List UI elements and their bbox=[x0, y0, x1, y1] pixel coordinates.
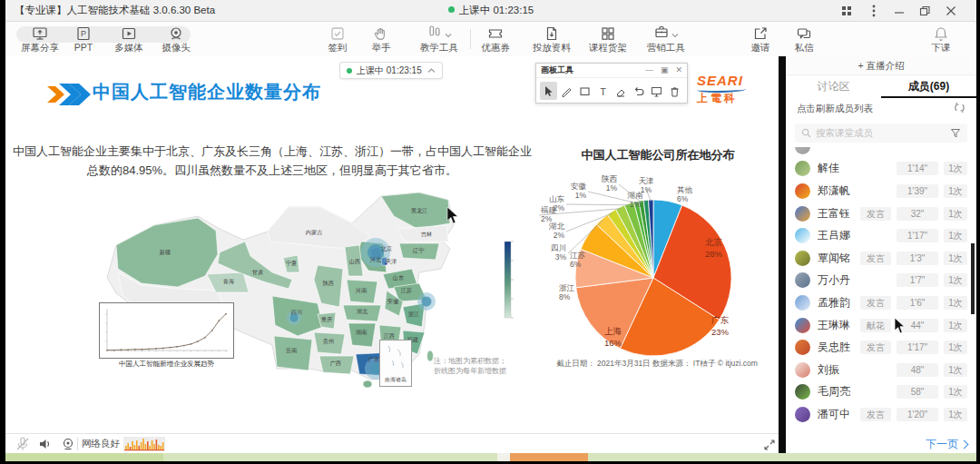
select-tool-icon[interactable] bbox=[540, 82, 557, 100]
tab-members[interactable]: 成员(69) bbox=[881, 74, 976, 98]
svg-text:T: T bbox=[600, 86, 606, 97]
pens-icon bbox=[426, 24, 443, 44]
pie-chart-svg: 其他6%北京28%广东23%上海16%浙江8%江苏6%四川3%湖北2%福建2%山… bbox=[539, 162, 775, 360]
map-label-四川: 四川 bbox=[291, 309, 302, 316]
member-name: 郑潇帆 bbox=[818, 183, 850, 199]
bottom-divider bbox=[77, 438, 78, 450]
member-row[interactable]: 吴忠胜发言1'17"1次 bbox=[786, 336, 976, 359]
raise-hand-button[interactable]: 举手 bbox=[352, 25, 410, 54]
pie-label: 其他 bbox=[677, 185, 693, 194]
online-dot-icon bbox=[347, 68, 352, 74]
map-label-青海: 青海 bbox=[223, 278, 234, 285]
marketing-tools-button[interactable]: 营销工具 bbox=[637, 25, 695, 54]
search-input[interactable]: 搜索课堂成员 bbox=[795, 123, 967, 143]
member-name: 孟雅韵 bbox=[818, 295, 850, 311]
slide-title: 中国人工智能企业数量分布 bbox=[93, 80, 321, 104]
avatar bbox=[795, 407, 810, 422]
pie-label: 1% bbox=[641, 185, 652, 194]
speaker-icon[interactable] bbox=[35, 436, 55, 452]
member-row[interactable]: 郑潇帆1'39"1次 bbox=[786, 180, 976, 202]
board-tool-icon[interactable] bbox=[648, 82, 665, 100]
next-page-button[interactable]: 下一页 bbox=[926, 437, 967, 452]
member-row[interactable]: 毛周亮58"1次 bbox=[786, 381, 976, 404]
member-row[interactable]: 王吕娜1'17"1次 bbox=[786, 224, 976, 247]
speak-count-badge: 1次 bbox=[944, 273, 967, 287]
course-shelf-button[interactable]: 课程货架 bbox=[579, 25, 637, 54]
webcam-toggle-icon[interactable] bbox=[58, 436, 78, 452]
speak-duration-badge: 1'17" bbox=[897, 341, 938, 354]
pie-label: 北京 bbox=[705, 237, 723, 247]
layout-grid-icon[interactable] bbox=[838, 3, 856, 18]
speak-count-badge: 1次 bbox=[944, 252, 967, 265]
document-icon bbox=[523, 25, 581, 42]
member-list-scrollbar[interactable] bbox=[971, 243, 975, 314]
ticket-icon bbox=[466, 25, 524, 42]
member-row[interactable]: 解佳1'14"1次 bbox=[786, 158, 976, 181]
panel-minimize-icon[interactable]: — bbox=[645, 66, 653, 74]
camera-button[interactable]: 摄像头 bbox=[147, 25, 205, 54]
member-name: 毛周亮 bbox=[818, 384, 850, 400]
speak-duration-badge: 44" bbox=[897, 319, 938, 332]
resize-icon[interactable] bbox=[759, 436, 779, 452]
pie-label: 1% bbox=[606, 183, 618, 193]
coupon-button[interactable]: 优惠券 bbox=[466, 25, 524, 54]
speak-duration-badge: 32" bbox=[897, 207, 938, 221]
slide-paragraph: 中国人工智能企业主要集中于北京、广东及长三角（上海、江苏、浙江）一带，占中国人工… bbox=[13, 142, 532, 180]
mic-muted-icon[interactable] bbox=[13, 436, 33, 452]
speak-count-badge: 1次 bbox=[944, 229, 967, 242]
member-row[interactable]: 刘振48"1次 bbox=[786, 359, 976, 381]
trend-line bbox=[107, 314, 226, 350]
member-row[interactable]: 潘可中发言1'20"1次 bbox=[786, 403, 976, 426]
eraser-tool-icon[interactable] bbox=[612, 82, 629, 100]
map-label-贵州: 贵州 bbox=[323, 338, 334, 345]
filter-icon[interactable] bbox=[950, 125, 961, 142]
bottom-bar: 网络良好 bbox=[5, 433, 779, 454]
speak-count-badge: 1次 bbox=[944, 296, 967, 310]
pie-label: 28% bbox=[705, 249, 723, 259]
pen-tool-icon[interactable] bbox=[558, 82, 575, 100]
member-row[interactable]: 王琳琳献花44"1次 bbox=[786, 314, 976, 337]
trend-inset-chart bbox=[99, 302, 234, 359]
board-tools-panel: 画板工具 — ▣ ✕ T bbox=[535, 63, 688, 104]
close-button[interactable] bbox=[942, 3, 960, 18]
map-label-辽宁: 辽宁 bbox=[413, 247, 425, 253]
teaching-tools-button[interactable]: 教学工具 bbox=[410, 25, 468, 54]
map-label-安徽: 安徽 bbox=[387, 298, 399, 305]
undo-tool-icon[interactable] bbox=[630, 82, 647, 100]
collapse-caret-icon[interactable] bbox=[427, 68, 436, 74]
map-label-山西: 山西 bbox=[349, 258, 360, 265]
trash-tool-icon[interactable] bbox=[666, 82, 683, 100]
pie-label: 江苏 bbox=[570, 251, 586, 260]
title-chevrons-icon bbox=[47, 82, 91, 111]
end-class-button[interactable]: 下课 bbox=[912, 25, 970, 54]
panel-restore-icon[interactable]: ▣ bbox=[661, 66, 669, 74]
refresh-members-row[interactable]: 点击刷新成员列表 bbox=[786, 98, 976, 120]
member-row[interactable]: 孟雅韵发言1'6"1次 bbox=[786, 291, 976, 314]
panel-close-icon[interactable]: ✕ bbox=[675, 66, 682, 74]
map-label-江西: 江西 bbox=[384, 332, 395, 340]
tab-discussion[interactable]: 讨论区 bbox=[786, 74, 881, 98]
materials-button[interactable]: 投放资料 bbox=[523, 25, 581, 54]
member-row[interactable]: 覃闻铭发言1'3"1次 bbox=[786, 247, 976, 270]
more-menu-icon[interactable] bbox=[865, 3, 883, 18]
refresh-icon[interactable] bbox=[954, 101, 965, 117]
search-icon bbox=[801, 125, 811, 142]
private-message-button[interactable]: 私信 bbox=[775, 25, 833, 54]
map-label-浙江: 浙江 bbox=[408, 311, 419, 318]
pie-label: 上海 bbox=[604, 326, 622, 336]
chevron-down-icon bbox=[671, 25, 679, 42]
rect-tool-icon[interactable] bbox=[576, 82, 593, 100]
member-tag-badge: 献花 bbox=[860, 319, 891, 332]
map-label-陕西: 陕西 bbox=[323, 280, 334, 287]
map-label-天津: 天津 bbox=[386, 258, 397, 265]
text-tool-icon[interactable]: T bbox=[594, 82, 612, 100]
shelf-grid-icon bbox=[579, 25, 637, 42]
class-timer-pill[interactable]: 上课中 01:23:15 bbox=[339, 62, 443, 79]
minimize-button[interactable] bbox=[890, 3, 908, 18]
stage-sidebar-divider bbox=[779, 56, 786, 453]
member-row[interactable]: 王富钰发言32"1次 bbox=[786, 202, 976, 225]
member-row[interactable]: 万小丹1'7"1次 bbox=[786, 270, 976, 292]
pie-label: 山东 bbox=[549, 194, 565, 203]
restore-button[interactable] bbox=[916, 3, 934, 18]
add-live-intro[interactable]: + 直播介绍 bbox=[786, 56, 976, 75]
